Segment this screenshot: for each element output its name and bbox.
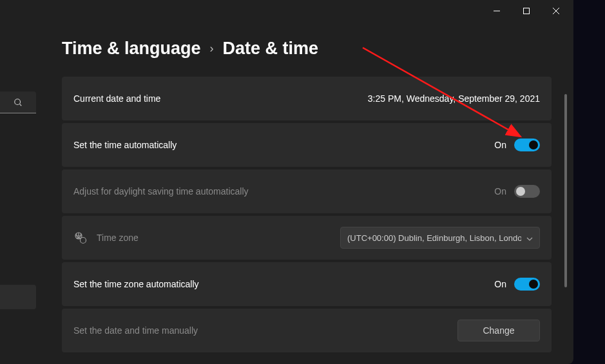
- auto-time-row: Set the time automatically On: [62, 123, 552, 167]
- minimize-button[interactable]: [482, 1, 512, 21]
- auto-zone-toggle[interactable]: [514, 278, 540, 291]
- manual-datetime-label: Set the date and time manually: [73, 325, 448, 336]
- svg-point-7: [81, 238, 86, 244]
- timezone-dropdown[interactable]: (UTC+00:00) Dublin, Edinburgh, Lisbon, L…: [340, 227, 540, 249]
- current-datetime-row: Current date and time 3:25 PM, Wednesday…: [62, 77, 552, 120]
- timezone-selected: (UTC+00:00) Dublin, Edinburgh, Lisbon, L…: [347, 233, 521, 243]
- svg-rect-1: [524, 8, 530, 14]
- search-input[interactable]: [0, 91, 36, 113]
- main-panel: Time & language › Date & time Current da…: [36, 22, 573, 364]
- auto-time-label: Set the time automatically: [73, 140, 485, 150]
- auto-zone-toggle-state: On: [494, 279, 506, 289]
- dst-row: Adjust for daylight saving time automati…: [62, 169, 552, 213]
- current-datetime-value: 3:25 PM, Wednesday, September 29, 2021: [368, 93, 540, 104]
- svg-line-5: [20, 104, 22, 106]
- sidebar-nav-item[interactable]: [0, 285, 36, 309]
- auto-zone-toggle-wrap: On: [494, 278, 540, 291]
- auto-time-toggle[interactable]: [514, 139, 540, 151]
- manual-datetime-row: Set the date and time manually Change: [62, 309, 552, 352]
- dst-toggle: [514, 185, 540, 198]
- timezone-label: Time zone: [97, 233, 331, 243]
- dst-toggle-state: On: [494, 186, 506, 196]
- change-button[interactable]: Change: [457, 320, 540, 341]
- settings-list: Current date and time 3:25 PM, Wednesday…: [62, 77, 554, 352]
- globe-icon: [73, 231, 88, 245]
- current-datetime-label: Current date and time: [73, 93, 359, 104]
- dst-label: Adjust for daylight saving time automati…: [73, 186, 485, 196]
- chevron-down-icon: [526, 233, 533, 243]
- close-button[interactable]: [541, 1, 571, 21]
- auto-time-toggle-state: On: [494, 140, 506, 150]
- breadcrumb-current: Date & time: [223, 39, 319, 59]
- svg-point-4: [15, 99, 21, 104]
- content-area: Time & language › Date & time Current da…: [0, 22, 573, 364]
- dst-toggle-wrap: On: [494, 185, 540, 198]
- timezone-row: Time zone (UTC+00:00) Dublin, Edinburgh,…: [62, 216, 552, 260]
- auto-time-toggle-wrap: On: [494, 139, 540, 151]
- auto-zone-label: Set the time zone automatically: [73, 279, 485, 289]
- window-titlebar: [0, 0, 573, 22]
- breadcrumb: Time & language › Date & time: [62, 39, 554, 59]
- chevron-right-icon: ›: [210, 42, 214, 55]
- settings-window: Time & language › Date & time Current da…: [0, 0, 573, 364]
- auto-zone-row: Set the time zone automatically On: [62, 262, 552, 306]
- maximize-button[interactable]: [512, 1, 541, 21]
- breadcrumb-parent[interactable]: Time & language: [62, 39, 201, 59]
- scrollbar[interactable]: [564, 94, 567, 287]
- sidebar: [0, 22, 36, 364]
